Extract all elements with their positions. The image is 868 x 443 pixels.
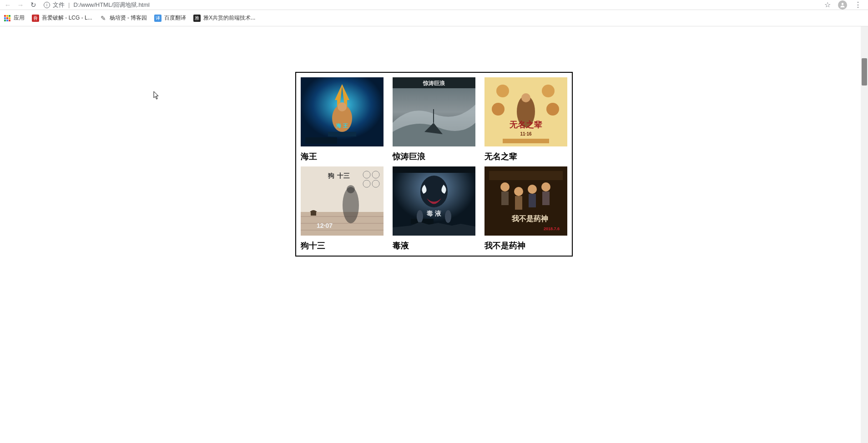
movie-card: 狗 十三 12·07 狗十三	[301, 166, 384, 251]
svg-rect-15	[305, 137, 337, 144]
movie-grid: 海 王 海王 惊涛巨浪 惊涛巨浪	[295, 72, 573, 257]
movie-poster[interactable]: 海 王	[301, 77, 384, 146]
reload-button[interactable]: ↻	[29, 1, 37, 9]
svg-rect-8	[6, 20, 8, 21]
browser-toolbar: ← → ↻ i 文件 | D:/www/HTML/回调地狱.html ☆ ⋮	[0, 0, 868, 10]
apps-shortcut[interactable]: 应用	[4, 14, 25, 22]
svg-rect-5	[6, 17, 8, 19]
svg-text:十三: 十三	[337, 172, 350, 179]
svg-text:12·07: 12·07	[317, 222, 333, 229]
movie-title: 毒液	[393, 240, 475, 251]
svg-rect-59	[529, 194, 536, 207]
svg-text:2018.7.6: 2018.7.6	[544, 227, 560, 231]
movie-card: 毒 液 毒液	[393, 166, 475, 251]
bookmark-star-icon[interactable]: ☆	[824, 0, 831, 9]
address-bar[interactable]: i 文件 | D:/www/HTML/回调地狱.html	[42, 1, 820, 9]
svg-rect-2	[6, 15, 8, 17]
svg-point-58	[528, 185, 537, 194]
svg-rect-3	[9, 15, 10, 17]
url-text: D:/www/HTML/回调地狱.html	[73, 1, 150, 9]
svg-point-23	[492, 103, 505, 116]
profile-avatar-icon[interactable]	[838, 0, 847, 10]
svg-point-50	[417, 210, 423, 223]
movie-title: 惊涛巨浪	[393, 151, 475, 162]
svg-rect-55	[501, 191, 509, 205]
svg-text:11·16: 11·16	[520, 131, 531, 136]
movie-title: 海王	[301, 151, 384, 162]
svg-point-0	[842, 3, 844, 5]
svg-rect-57	[515, 196, 522, 210]
movie-poster[interactable]: 惊涛巨浪	[393, 77, 475, 146]
svg-point-56	[514, 187, 523, 196]
movie-card: 海 王 海王	[301, 77, 384, 162]
svg-rect-7	[4, 20, 6, 21]
scrollbar-thumb[interactable]	[862, 58, 867, 86]
svg-text:我不是药神: 我不是药神	[511, 215, 548, 222]
bookmark-favicon-icon: 雅	[193, 15, 201, 22]
bookmark-item[interactable]: 雅 雅X共赏的前端技术...	[193, 14, 255, 22]
svg-point-12	[338, 102, 347, 111]
movie-poster[interactable]: 我不是药神 2018.7.6	[484, 166, 567, 236]
svg-rect-1	[4, 15, 6, 17]
svg-text:无名之辈: 无名之辈	[509, 120, 542, 129]
movie-title: 我不是药神	[484, 240, 567, 251]
svg-point-26	[521, 93, 530, 102]
forward-button[interactable]: →	[16, 1, 25, 9]
svg-point-54	[500, 182, 510, 191]
bookmark-favicon-icon: 吾	[32, 15, 39, 22]
svg-rect-29	[503, 139, 549, 143]
back-button[interactable]: ←	[4, 1, 12, 9]
bookmark-favicon-icon: 译	[154, 15, 161, 22]
bookmark-label: 吾爱破解 - LCG - L...	[42, 14, 92, 22]
movie-poster[interactable]: 狗 十三 12·07	[301, 166, 384, 236]
svg-point-21	[496, 85, 509, 97]
svg-rect-46	[393, 166, 475, 173]
movie-card: 我不是药神 2018.7.6 我不是药神	[484, 166, 567, 251]
svg-point-60	[541, 182, 550, 191]
bookmarks-bar: 应用 吾 吾爱破解 - LCG - L... ✎ 杨培贤 - 博客园 译 百度翻…	[0, 10, 868, 26]
bookmark-item[interactable]: 吾 吾爱破解 - LCG - L...	[32, 14, 92, 22]
bookmark-label: 杨培贤 - 博客园	[110, 14, 147, 22]
browser-menu-icon[interactable]: ⋮	[852, 0, 864, 9]
movie-title: 狗十三	[301, 240, 384, 251]
bookmark-label: 百度翻译	[164, 14, 186, 22]
svg-rect-9	[9, 20, 10, 21]
vertical-scrollbar[interactable]	[861, 26, 868, 443]
page-content: 海 王 海王 惊涛巨浪 惊涛巨浪	[0, 26, 868, 257]
movie-title: 无名之辈	[484, 151, 567, 162]
movie-poster[interactable]: 毒 液	[393, 166, 475, 236]
bookmark-item[interactable]: 译 百度翻译	[154, 14, 186, 22]
movie-poster[interactable]: 无名之辈 11·16	[484, 77, 567, 146]
apps-icon	[4, 15, 11, 22]
svg-point-22	[542, 85, 555, 97]
movie-card: 惊涛巨浪 惊涛巨浪	[393, 77, 475, 162]
svg-rect-4	[4, 17, 6, 19]
apps-label: 应用	[14, 14, 25, 22]
url-prefix: 文件	[53, 1, 65, 9]
bookmark-item[interactable]: ✎ 杨培贤 - 博客园	[100, 14, 147, 22]
svg-text:海 王: 海 王	[336, 123, 348, 128]
svg-point-24	[546, 103, 559, 116]
svg-rect-61	[542, 191, 550, 205]
bookmark-label: 雅X共赏的前端技术...	[203, 14, 255, 22]
svg-point-51	[445, 210, 451, 223]
url-separator: |	[68, 1, 70, 8]
svg-text:惊涛巨浪: 惊涛巨浪	[423, 80, 445, 86]
svg-rect-43	[311, 212, 316, 216]
bookmark-favicon-icon: ✎	[100, 15, 107, 22]
svg-text:狗: 狗	[328, 172, 334, 179]
movie-card: 无名之辈 11·16 无名之辈	[484, 77, 567, 162]
svg-text:毒 液: 毒 液	[426, 210, 442, 217]
svg-rect-53	[489, 171, 563, 180]
site-info-icon[interactable]: i	[44, 2, 50, 8]
svg-point-42	[347, 185, 355, 193]
svg-rect-13	[328, 132, 356, 136]
svg-rect-6	[9, 17, 10, 19]
